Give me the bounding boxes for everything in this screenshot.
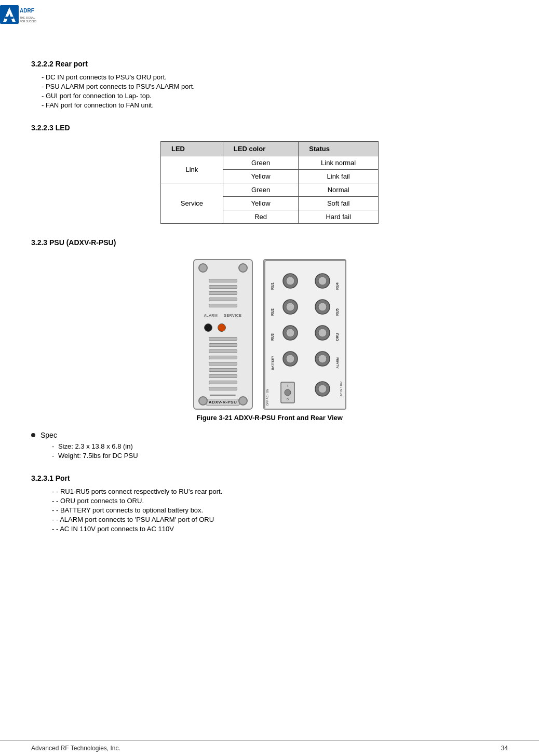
slot-bar bbox=[209, 362, 237, 366]
section-3222: 3.2.2.2 Rear port - DC IN port connects … bbox=[31, 60, 508, 109]
port-item: - RU1-RU5 ports connect respectively to … bbox=[52, 488, 508, 495]
led-status: Link normal bbox=[299, 156, 379, 170]
slot-bar bbox=[209, 279, 237, 282]
led-table: LED LED color Status Link Green Link nor… bbox=[160, 141, 379, 224]
svg-text:FOR SUCCESS: FOR SUCCESS bbox=[20, 20, 36, 23]
led-name-service: Service bbox=[161, 183, 223, 224]
svg-point-37 bbox=[318, 355, 327, 363]
slot-bar bbox=[209, 343, 237, 347]
slot-bar bbox=[209, 387, 237, 390]
spec-list: Size: 2.3 x 13.8 x 6.8 (in) Weight: 7.5l… bbox=[31, 442, 508, 460]
led-status: Soft fail bbox=[299, 197, 379, 210]
col-header-color: LED color bbox=[223, 142, 298, 156]
table-row: Service Green Normal bbox=[161, 183, 379, 197]
svg-point-20 bbox=[286, 355, 294, 363]
svg-text:OFF: OFF bbox=[266, 400, 269, 406]
page-header: ADRF THE SIGNAL FOR SUCCESS bbox=[0, 0, 539, 34]
led-status: Hard fail bbox=[299, 210, 379, 224]
slot-bar bbox=[209, 298, 237, 301]
svg-point-31 bbox=[318, 277, 327, 285]
slot-bar bbox=[209, 337, 237, 341]
alarm-led bbox=[204, 323, 212, 332]
psu-figure: ALARM SERVICE bbox=[31, 259, 508, 410]
connector-bar bbox=[210, 395, 236, 396]
front-bottom-slot-group bbox=[209, 337, 237, 390]
led-color: Green bbox=[223, 183, 298, 197]
svg-text:RU5: RU5 bbox=[335, 308, 339, 316]
footer-right: 34 bbox=[501, 745, 508, 752]
front-slot-group bbox=[209, 279, 237, 307]
svg-point-33 bbox=[318, 303, 327, 311]
svg-point-35 bbox=[318, 329, 327, 337]
bullet-dot bbox=[31, 433, 35, 437]
svg-text:RU3: RU3 bbox=[271, 333, 274, 341]
led-status: Normal bbox=[299, 183, 379, 197]
svg-text:THE SIGNAL: THE SIGNAL bbox=[20, 16, 35, 19]
service-led bbox=[218, 323, 226, 332]
port-item: - ORU port connects to ORU. bbox=[52, 497, 508, 505]
screw-top-right bbox=[238, 263, 248, 273]
rear-panel: RU1 RU2 RU3 BATTERY AC · ON OFF bbox=[263, 259, 346, 410]
led-color: Green bbox=[223, 156, 298, 170]
alarm-label: ALARM bbox=[204, 314, 218, 317]
section-3231-heading: 3.2.3.1 Port bbox=[31, 474, 508, 482]
svg-text:I: I bbox=[287, 384, 288, 387]
svg-point-16 bbox=[286, 303, 294, 311]
svg-point-24 bbox=[285, 389, 291, 396]
section-323-heading: 3.2.3 PSU (ADXV-R-PSU) bbox=[31, 238, 508, 247]
slot-bar bbox=[209, 349, 237, 353]
screw-bottom-left bbox=[198, 396, 208, 406]
col-header-led: LED bbox=[161, 142, 223, 156]
logo: ADRF THE SIGNAL FOR SUCCESS bbox=[0, 5, 36, 29]
svg-text:AC · ON: AC · ON bbox=[266, 389, 269, 400]
section-3231: 3.2.3.1 Port - RU1-RU5 ports connect res… bbox=[31, 474, 508, 533]
front-panel-label: ADXV-R-PSU bbox=[206, 399, 240, 406]
section-3223-heading: 3.2.2.3 LED bbox=[31, 124, 508, 132]
spec-item: Weight: 7.5lbs for DC PSU bbox=[52, 452, 508, 460]
spec-section: Spec Size: 2.3 x 13.8 x 6.8 (in) Weight:… bbox=[31, 431, 508, 460]
page-content: 3.2.2.2 Rear port - DC IN port connects … bbox=[0, 49, 539, 568]
led-color: Red bbox=[223, 210, 298, 224]
logo-area: ADRF THE SIGNAL FOR SUCCESS bbox=[0, 5, 36, 29]
svg-text:BATTERY: BATTERY bbox=[271, 356, 274, 370]
spec-bullet: Spec bbox=[31, 431, 508, 439]
port-item: - ALARM port connects to 'PSU ALARM' por… bbox=[52, 516, 508, 523]
svg-text:O: O bbox=[287, 398, 289, 401]
service-label: SERVICE bbox=[224, 314, 241, 317]
led-label-row: ALARM SERVICE bbox=[204, 314, 242, 317]
table-row: Link Green Link normal bbox=[161, 156, 379, 170]
footer-left: Advanced RF Technologies, Inc. bbox=[31, 745, 120, 752]
section-3222-heading: 3.2.2.2 Rear port bbox=[31, 60, 508, 68]
spec-item: Size: 2.3 x 13.8 x 6.8 (in) bbox=[52, 442, 508, 450]
figure-caption: Figure 3-21 ADXV-R-PSU Front and Rear Vi… bbox=[31, 414, 508, 422]
slot-bar bbox=[209, 356, 237, 359]
svg-text:ALARM: ALARM bbox=[336, 357, 339, 369]
svg-point-14 bbox=[286, 277, 294, 285]
list-item: - PSU ALARM port connects to PSU's ALARM… bbox=[42, 83, 508, 90]
section-3222-list: - DC IN port connects to PSU's ORU port.… bbox=[31, 73, 508, 109]
list-item: - FAN port for connection to FAN unit. bbox=[42, 101, 508, 109]
led-table-wrapper: LED LED color Status Link Green Link nor… bbox=[31, 141, 508, 224]
spec-label: Spec bbox=[41, 431, 57, 439]
svg-text:ORU: ORU bbox=[335, 333, 339, 341]
list-item: - GUI port for connection to Lap- top. bbox=[42, 92, 508, 100]
front-panel: ALARM SERVICE bbox=[193, 259, 253, 410]
section-3223: 3.2.2.3 LED LED LED color Status Link Gr… bbox=[31, 124, 508, 224]
slot-bar bbox=[209, 304, 237, 307]
slot-bar bbox=[209, 381, 237, 384]
page-footer: Advanced RF Technologies, Inc. 34 bbox=[0, 740, 539, 756]
slot-bar bbox=[209, 374, 237, 378]
svg-point-39 bbox=[318, 385, 327, 393]
led-status: Link fail bbox=[299, 170, 379, 183]
screw-top-left bbox=[198, 263, 208, 273]
led-indicator-row bbox=[204, 323, 242, 332]
svg-rect-2 bbox=[5, 17, 14, 19]
svg-text:RU4: RU4 bbox=[335, 282, 339, 290]
led-color: Yellow bbox=[223, 197, 298, 210]
svg-text:AC IN 110V: AC IN 110V bbox=[340, 381, 343, 396]
slot-bar bbox=[209, 368, 237, 372]
led-color: Yellow bbox=[223, 170, 298, 183]
col-header-status: Status bbox=[299, 142, 379, 156]
led-name-link: Link bbox=[161, 156, 223, 183]
list-item: - DC IN port connects to PSU's ORU port. bbox=[42, 73, 508, 81]
